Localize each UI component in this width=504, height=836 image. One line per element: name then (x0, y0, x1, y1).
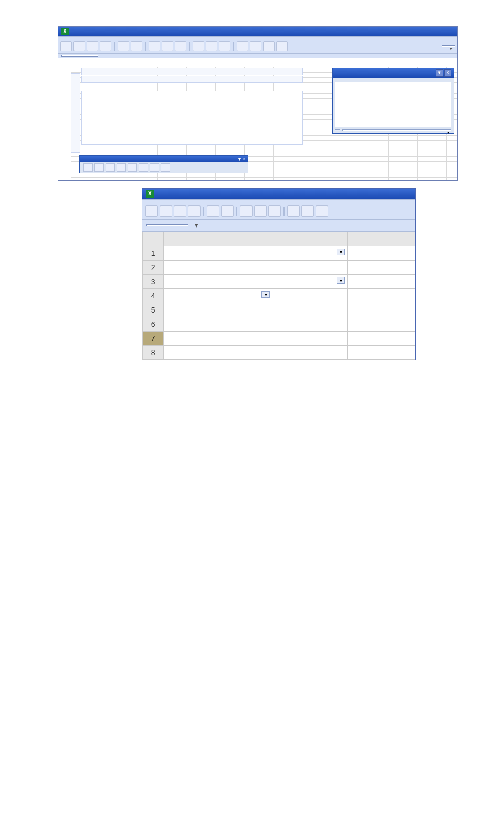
name-box-bar: ▾ (142, 220, 415, 232)
pivot-drop-page[interactable] (81, 68, 303, 75)
pivot-row-dropdown[interactable] (164, 289, 272, 303)
table-row: 8 (143, 346, 415, 360)
field-list-titlebar: ▾× (333, 68, 454, 78)
worksheet-grid[interactable]: 1 2 3 4 5 (142, 232, 415, 360)
window-titlebar (142, 189, 415, 199)
excel-screenshot-pivot-drop: ▾× ▾× (58, 26, 458, 181)
table-row: 2 (143, 261, 415, 275)
select-all-corner[interactable] (143, 232, 164, 246)
minimize-icon[interactable]: ▾ (238, 156, 241, 162)
name-box[interactable] (61, 55, 98, 57)
excel-screenshot-pivot-result: ▾ 1 2 3 (142, 188, 416, 360)
pivot-field-list-pane[interactable]: ▾× (332, 68, 454, 134)
standard-toolbar (58, 39, 457, 54)
excel-icon (61, 28, 69, 35)
column-headers (71, 58, 457, 67)
close-icon[interactable]: × (444, 69, 452, 77)
font-selector[interactable] (442, 45, 455, 47)
table-row: 3 (143, 275, 415, 289)
worksheet-grid[interactable]: ▾× ▾× (58, 58, 457, 180)
pivot-toolbar[interactable]: ▾× (79, 155, 248, 173)
table-row: 5 (143, 303, 415, 317)
col-header[interactable] (348, 232, 415, 246)
window-titlebar (58, 27, 457, 36)
table-row: 4 (143, 289, 415, 303)
standard-toolbar (142, 203, 415, 220)
minimize-icon[interactable]: ▾ (436, 69, 443, 77)
table-row: 6 (143, 317, 415, 332)
excel-icon (146, 190, 154, 198)
add-to-button[interactable] (335, 129, 340, 131)
pivot-drop-data[interactable] (81, 91, 303, 145)
col-header[interactable] (164, 232, 272, 246)
name-box-bar (58, 54, 457, 58)
menubar (142, 199, 415, 203)
pivot-page-dropdown[interactable] (272, 246, 348, 261)
field-list-items (335, 82, 452, 127)
pivot-drop-row[interactable] (71, 73, 80, 153)
col-header[interactable] (272, 232, 348, 246)
name-box[interactable] (146, 224, 188, 226)
pivot-column-dropdown[interactable] (272, 275, 348, 289)
pivot-drop-column[interactable] (81, 76, 303, 83)
area-select[interactable] (342, 129, 452, 131)
table-row: 1 (143, 246, 415, 261)
table-row: 7 (143, 332, 415, 346)
close-icon[interactable]: × (243, 156, 246, 162)
